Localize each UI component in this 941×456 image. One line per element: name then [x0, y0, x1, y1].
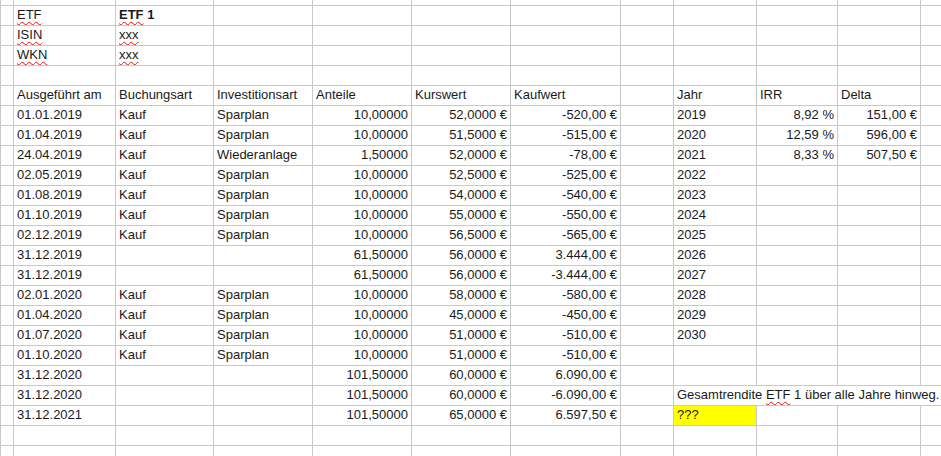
- cell[interactable]: [621, 105, 674, 125]
- cell[interactable]: [1, 265, 14, 285]
- cell-date[interactable]: 01.04.2020: [14, 305, 116, 325]
- cell[interactable]: [621, 365, 674, 385]
- cell[interactable]: [214, 445, 313, 456]
- cell-date[interactable]: 31.12.2020: [14, 385, 116, 405]
- cell[interactable]: [621, 285, 674, 305]
- cell-jahr[interactable]: 2029: [674, 305, 757, 325]
- cell-jahr[interactable]: 2028: [674, 285, 757, 305]
- cell-irr[interactable]: 12,59 %: [757, 125, 838, 145]
- cell-kurswert[interactable]: 60,0000 €: [412, 385, 511, 405]
- cell[interactable]: [313, 65, 412, 85]
- cell-investitionsart[interactable]: Sparplan: [214, 305, 313, 325]
- cell-investitionsart[interactable]: [214, 405, 313, 425]
- cell-kurswert[interactable]: 54,0000 €: [412, 185, 511, 205]
- header-cell[interactable]: Investitionsart: [214, 85, 313, 105]
- cell-kurswert[interactable]: 45,0000 €: [412, 305, 511, 325]
- cell[interactable]: [621, 245, 674, 265]
- cell[interactable]: [674, 425, 757, 445]
- cell[interactable]: [1, 365, 14, 385]
- cell[interactable]: [621, 385, 674, 405]
- cell[interactable]: [313, 425, 412, 445]
- cell[interactable]: [1, 245, 14, 265]
- cell[interactable]: [921, 45, 941, 65]
- info-value[interactable]: xxx: [116, 45, 214, 65]
- cell[interactable]: [511, 45, 621, 65]
- cell-delta[interactable]: 151,00 €: [838, 105, 921, 125]
- summary-note[interactable]: Gesamtrendite ETF 1 über alle Jahre hinw…: [674, 385, 941, 405]
- cell-buchungsart[interactable]: Kauf: [116, 285, 214, 305]
- cell[interactable]: [621, 345, 674, 365]
- cell-buchungsart[interactable]: Kauf: [116, 305, 214, 325]
- cell[interactable]: [674, 45, 757, 65]
- cell-investitionsart[interactable]: Sparplan: [214, 165, 313, 185]
- cell-kaufwert[interactable]: -580,00 €: [511, 285, 621, 305]
- cell[interactable]: [412, 445, 511, 456]
- cell-jahr[interactable]: 2024: [674, 205, 757, 225]
- cell[interactable]: [621, 25, 674, 45]
- cell[interactable]: [757, 365, 838, 385]
- cell[interactable]: [921, 305, 941, 325]
- cell-anteile[interactable]: 101,50000: [313, 385, 412, 405]
- cell[interactable]: [621, 225, 674, 245]
- cell[interactable]: [1, 425, 14, 445]
- cell-irr[interactable]: [757, 245, 838, 265]
- cell[interactable]: [116, 445, 214, 456]
- cell-delta[interactable]: [838, 305, 921, 325]
- cell[interactable]: [757, 45, 838, 65]
- cell[interactable]: [313, 5, 412, 25]
- cell-kurswert[interactable]: 52,0000 €: [412, 145, 511, 165]
- cell-date[interactable]: 24.04.2019: [14, 145, 116, 165]
- header-cell[interactable]: IRR: [757, 85, 838, 105]
- cell[interactable]: [621, 45, 674, 65]
- cell[interactable]: [511, 425, 621, 445]
- cell-buchungsart[interactable]: [116, 265, 214, 285]
- cell-kurswert[interactable]: 51,0000 €: [412, 345, 511, 365]
- cell[interactable]: [921, 365, 941, 385]
- cell[interactable]: [757, 445, 838, 456]
- header-cell[interactable]: Anteile: [313, 85, 412, 105]
- cell-kaufwert[interactable]: -6.090,00 €: [511, 385, 621, 405]
- cell-buchungsart[interactable]: Kauf: [116, 145, 214, 165]
- cell[interactable]: [1, 45, 14, 65]
- cell[interactable]: [412, 425, 511, 445]
- cell-anteile[interactable]: 10,00000: [313, 325, 412, 345]
- cell[interactable]: [757, 5, 838, 25]
- cell[interactable]: [674, 345, 757, 365]
- cell-kaufwert[interactable]: -78,00 €: [511, 145, 621, 165]
- cell-irr[interactable]: [757, 325, 838, 345]
- cell-irr[interactable]: 8,92 %: [757, 105, 838, 125]
- cell[interactable]: [921, 245, 941, 265]
- cell-kurswert[interactable]: 58,0000 €: [412, 285, 511, 305]
- cell-date[interactable]: 02.05.2019: [14, 165, 116, 185]
- cell-kurswert[interactable]: 51,5000 €: [412, 125, 511, 145]
- cell-anteile[interactable]: 10,00000: [313, 105, 412, 125]
- cell-irr[interactable]: [757, 305, 838, 325]
- cell[interactable]: [511, 5, 621, 25]
- cell-kaufwert[interactable]: -520,00 €: [511, 105, 621, 125]
- cell[interactable]: [921, 225, 941, 245]
- cell-delta[interactable]: [838, 265, 921, 285]
- cell-buchungsart[interactable]: [116, 405, 214, 425]
- cell-jahr[interactable]: 2019: [674, 105, 757, 125]
- header-cell[interactable]: Kaufwert: [511, 85, 621, 105]
- cell[interactable]: [621, 425, 674, 445]
- cell-kaufwert[interactable]: -565,00 €: [511, 225, 621, 245]
- cell[interactable]: [921, 205, 941, 225]
- cell[interactable]: [14, 425, 116, 445]
- cell[interactable]: [621, 205, 674, 225]
- cell[interactable]: [757, 425, 838, 445]
- cell-kurswert[interactable]: 51,0000 €: [412, 325, 511, 345]
- cell-anteile[interactable]: 101,50000: [313, 365, 412, 385]
- cell[interactable]: [1, 105, 14, 125]
- cell[interactable]: [412, 65, 511, 85]
- cell[interactable]: [838, 405, 921, 425]
- cell[interactable]: [621, 165, 674, 185]
- cell-buchungsart[interactable]: Kauf: [116, 205, 214, 225]
- cell-anteile[interactable]: 101,50000: [313, 405, 412, 425]
- cell-anteile[interactable]: 10,00000: [313, 125, 412, 145]
- cell[interactable]: [1, 285, 14, 305]
- cell[interactable]: [116, 425, 214, 445]
- cell[interactable]: [511, 445, 621, 456]
- cell-date[interactable]: 31.12.2020: [14, 365, 116, 385]
- cell[interactable]: [921, 65, 941, 85]
